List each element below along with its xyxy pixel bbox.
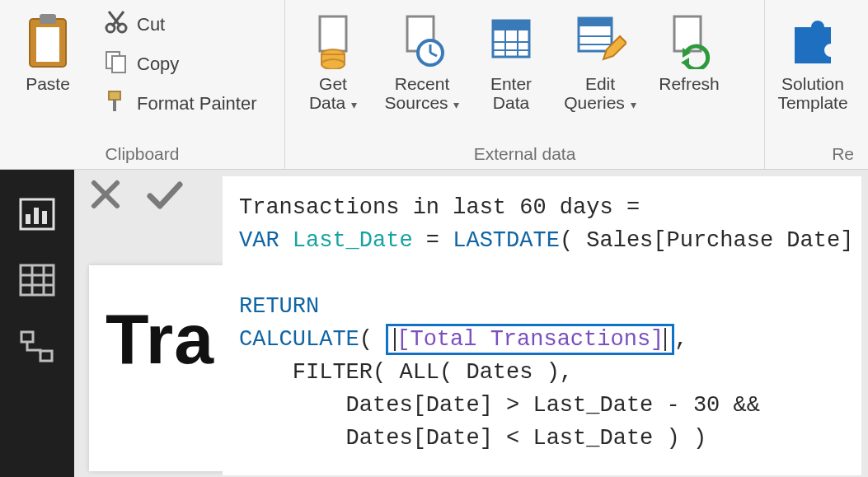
- resources-group-label: Re: [775, 141, 854, 169]
- get-data-label: Get Data ▾: [309, 74, 357, 112]
- cut-label: Cut: [137, 14, 165, 35]
- table-icon: [488, 10, 534, 71]
- clipboard-small-actions: Cut Copy: [104, 5, 257, 119]
- dax-calculate-fn: CALCULATE: [239, 327, 359, 352]
- copy-icon: [104, 49, 129, 79]
- svg-rect-42: [21, 332, 33, 342]
- svg-rect-34: [26, 214, 30, 224]
- solution-templates-button[interactable]: Solution Template: [775, 5, 851, 112]
- svg-rect-26: [579, 18, 612, 26]
- svg-rect-10: [113, 100, 116, 111]
- puzzle-icon: [786, 10, 839, 71]
- svg-rect-8: [112, 56, 125, 72]
- svg-rect-1: [36, 27, 59, 62]
- copy-label: Copy: [137, 54, 179, 75]
- view-switcher: [0, 170, 74, 477]
- dax-calc-open: (: [359, 327, 386, 352]
- dax-eq: =: [413, 228, 453, 253]
- svg-rect-2: [40, 14, 56, 24]
- refresh-icon: [666, 10, 712, 71]
- database-icon: [310, 10, 356, 71]
- ribbon: Paste Cut: [0, 0, 868, 170]
- svg-rect-36: [42, 211, 47, 224]
- dax-lastdate-arg: ( Sales[Purchase Date] ): [560, 228, 861, 253]
- dax-measure-ref: [Total Transactions]: [396, 327, 664, 352]
- ribbon-group-resources: Solution Template Re: [765, 0, 864, 169]
- copy-button[interactable]: Copy: [104, 49, 257, 79]
- enter-data-button[interactable]: Enter Data: [473, 5, 549, 112]
- paintbrush-icon: [104, 89, 129, 119]
- paste-button[interactable]: Paste: [10, 5, 86, 93]
- external-data-group-label: External data: [295, 141, 754, 169]
- dax-cond2: Dates[Date] < Last_Date ) ): [239, 426, 706, 451]
- main-area: Tra Transactions in last 60 days = VAR L…: [74, 170, 868, 477]
- get-data-button[interactable]: Get Data ▾: [295, 5, 371, 112]
- dax-line-1: Transactions in last 60 days =: [239, 195, 640, 220]
- dax-filter-line: FILTER( ALL( Dates ),: [239, 360, 573, 385]
- svg-marker-32: [681, 58, 689, 68]
- ribbon-group-clipboard: Paste Cut: [0, 0, 285, 169]
- chevron-down-icon: ▾: [627, 98, 636, 111]
- refresh-button[interactable]: Refresh: [651, 5, 727, 93]
- format-painter-label: Format Painter: [137, 93, 257, 115]
- commit-formula-button[interactable]: [147, 178, 183, 214]
- model-view-button[interactable]: [19, 330, 55, 369]
- svg-rect-20: [493, 21, 529, 30]
- refresh-label: Refresh: [659, 74, 720, 93]
- solution-templates-label: Solution Template: [777, 74, 847, 112]
- clipboard-group-label: Clipboard: [10, 141, 274, 169]
- cut-button[interactable]: Cut: [104, 10, 257, 40]
- dax-var-keyword: VAR: [239, 228, 279, 253]
- data-view-button[interactable]: [19, 264, 55, 300]
- text-cursor-icon: [664, 328, 666, 351]
- svg-rect-35: [34, 208, 39, 224]
- chevron-down-icon: ▾: [451, 98, 460, 111]
- svg-rect-9: [109, 91, 120, 100]
- svg-point-14: [321, 59, 345, 69]
- svg-rect-43: [40, 351, 52, 361]
- dax-var-name: Last_Date: [293, 228, 413, 253]
- formula-bar-controls: [89, 178, 183, 214]
- clipboard-icon: [23, 10, 73, 71]
- scissors-icon: [104, 10, 129, 40]
- enter-data-label: Enter Data: [490, 74, 532, 112]
- dax-return-keyword: RETURN: [239, 294, 319, 319]
- recent-sources-button[interactable]: Recent Sources ▾: [384, 5, 460, 112]
- edit-queries-label: Edit Queries ▾: [564, 74, 636, 112]
- report-view-button[interactable]: [19, 198, 55, 234]
- svg-rect-37: [21, 265, 54, 295]
- chevron-down-icon: ▾: [348, 98, 357, 111]
- svg-rect-11: [320, 16, 346, 51]
- edit-queries-button[interactable]: Edit Queries ▾: [562, 5, 638, 112]
- text-cursor-icon: [394, 328, 396, 351]
- dax-cond1: Dates[Date] > Last_Date - 30 &&: [239, 393, 760, 418]
- dax-lastdate-fn: LASTDATE: [453, 228, 560, 253]
- dax-calc-after: ,: [674, 327, 687, 352]
- edit-queries-icon: [574, 10, 626, 71]
- ribbon-group-external-data: Get Data ▾ Recent Sources ▾: [285, 0, 765, 169]
- format-painter-button[interactable]: Format Painter: [104, 89, 257, 119]
- recent-sources-label: Recent Sources ▾: [385, 74, 460, 112]
- paste-label: Paste: [26, 74, 70, 93]
- cancel-formula-button[interactable]: [89, 178, 122, 214]
- recent-icon: [399, 10, 445, 71]
- dax-formula-editor[interactable]: Transactions in last 60 days = VAR Last_…: [223, 176, 861, 475]
- dax-arg-highlight: [Total Transactions]: [386, 324, 674, 355]
